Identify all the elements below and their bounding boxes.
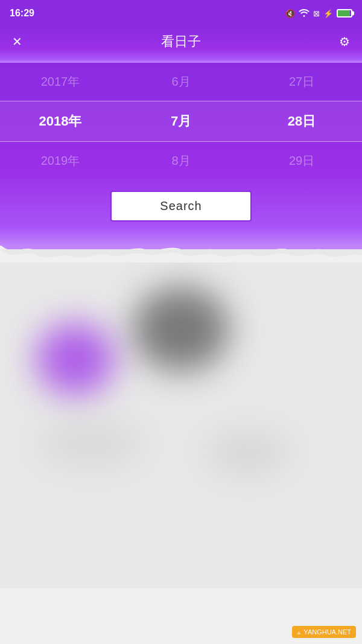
content-area xyxy=(0,263,362,588)
date-row-current[interactable]: 2018年 7月 28日 xyxy=(0,101,362,142)
watermark: ⟁ YANGHUA.NET xyxy=(292,626,356,638)
year-next[interactable]: 2019年 xyxy=(0,153,121,169)
day-current[interactable]: 28日 xyxy=(241,112,362,130)
charge-icon: ⚡ xyxy=(323,9,333,18)
year-prev[interactable]: 2017年 xyxy=(0,74,121,90)
date-row-prev[interactable]: 2017年 6月 27日 xyxy=(0,63,362,101)
search-button-wrap: Search xyxy=(0,180,362,240)
blob-dark xyxy=(133,287,229,371)
watermark-text: YANGHUA.NET xyxy=(303,628,351,636)
mute-icon: 🔇 xyxy=(285,9,295,18)
day-prev[interactable]: 27日 xyxy=(241,74,362,90)
status-bar: 16:29 🔇 ⊠ ⚡ xyxy=(0,0,362,27)
wifi-icon xyxy=(299,8,310,19)
app-header: ✕ 看日子 ⚙ xyxy=(0,27,362,63)
blob-light2 xyxy=(205,432,290,474)
day-next[interactable]: 29日 xyxy=(241,153,362,169)
blob-light1 xyxy=(36,419,145,468)
status-icons: 🔇 ⊠ ⚡ xyxy=(285,8,352,19)
year-current[interactable]: 2018年 xyxy=(0,112,121,130)
search-button[interactable]: Search xyxy=(110,191,251,222)
date-picker-section: 2017年 6月 27日 2018年 7月 28日 2019年 8月 29日 S… xyxy=(0,63,362,246)
wave-divider xyxy=(0,244,362,263)
date-row-next[interactable]: 2019年 8月 29日 xyxy=(0,142,362,180)
status-time: 16:29 xyxy=(10,8,34,19)
date-picker[interactable]: 2017年 6月 27日 2018年 7月 28日 2019年 8月 29日 xyxy=(0,63,362,180)
blob-purple xyxy=(36,323,115,395)
month-current[interactable]: 7月 xyxy=(121,112,241,130)
battery-icon xyxy=(337,9,352,18)
app-title: 看日子 xyxy=(161,33,201,51)
month-prev[interactable]: 6月 xyxy=(121,74,241,90)
sim-icon: ⊠ xyxy=(313,9,320,18)
month-next[interactable]: 8月 xyxy=(121,153,241,169)
close-button[interactable]: ✕ xyxy=(12,34,22,49)
watermark-icon: ⟁ xyxy=(297,628,301,636)
settings-button[interactable]: ⚙ xyxy=(339,34,350,49)
